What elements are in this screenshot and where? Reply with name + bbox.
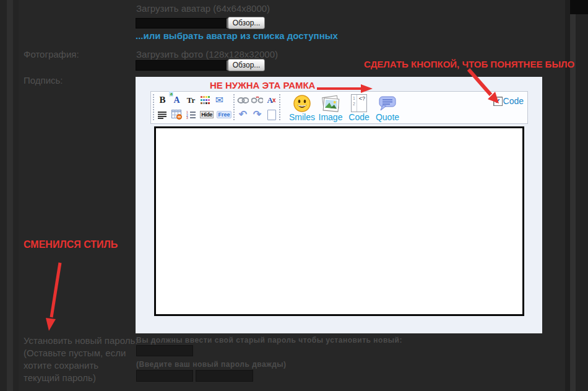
new-password-hint: (Введите ваш новый пароль дважды)	[136, 360, 287, 369]
left-frame-stripe	[0, 0, 7, 391]
left-frame-inner	[13, 0, 19, 391]
avatar-browse-button[interactable]: Обзор...	[228, 17, 265, 29]
top-right-dark-box	[570, 0, 588, 14]
quote-icon	[373, 94, 402, 113]
smiles-button[interactable]: Smiles	[288, 94, 316, 122]
blank-page-icon[interactable]	[266, 109, 277, 121]
avatar-gallery-link[interactable]: ...или выбрать аватар из списка доступны…	[136, 30, 338, 41]
new-password-repeat-field[interactable]	[196, 370, 253, 382]
quote-button[interactable]: Quote	[373, 94, 402, 122]
photo-upload-label: Загрузить фото (128x128x32000)	[136, 49, 278, 59]
svg-text:3: 3	[186, 116, 188, 119]
signature-editor-panel: B aA Tr ✉	[136, 77, 542, 333]
bold-icon[interactable]: B	[157, 94, 168, 106]
password-label-line: Установить новый пароль:	[24, 335, 137, 347]
signature-row-label: Подпись:	[24, 75, 63, 86]
toolbar-group-handle[interactable]	[152, 94, 155, 121]
toolbar-format-group: B aA Tr ✉	[157, 92, 231, 123]
old-password-hint: Вы должны ввести свой старый пароль чтоб…	[136, 336, 402, 345]
photo-file-input[interactable]	[136, 60, 228, 71]
right-frame-stripe	[576, 0, 588, 391]
undo-icon[interactable]: ↶	[237, 109, 249, 121]
smiley-icon	[288, 94, 316, 113]
style-arrow	[51, 263, 60, 317]
button-annotation: СДЕЛАТЬ КНОПКОЙ, ЧТОБ ПОНЯТНЕЕ БЫЛО	[364, 59, 574, 69]
avatar-upload-label: Загрузить аватар (64x64x8000)	[136, 3, 270, 14]
signature-editor-area[interactable]	[154, 126, 524, 316]
old-password-field[interactable]	[136, 345, 193, 356]
hide-tag-icon[interactable]: Hide	[199, 109, 214, 121]
free-tag-icon[interactable]: Free	[217, 109, 231, 121]
profile-settings-page: Загрузить аватар (64x64x8000) Обзор... .…	[0, 0, 588, 391]
font-size-icon[interactable]: Tr	[185, 94, 197, 106]
photo-row-label: Фотография:	[24, 49, 79, 59]
remove-format-icon[interactable]: Ax	[266, 94, 277, 106]
code-button[interactable]: 1 2 <? Code	[345, 94, 373, 122]
toolbar-insert-group: Smiles	[288, 92, 402, 123]
password-label-line: хотите сохранить	[24, 359, 137, 372]
align-left-icon[interactable]	[157, 109, 168, 121]
photo-browse-button[interactable]: Обзор...	[228, 59, 265, 71]
style-annotation: СМЕНИЛСЯ СТИЛЬ	[24, 239, 118, 250]
password-label-line: (Оставьте пустым, если	[24, 347, 137, 359]
palette-icon[interactable]	[199, 94, 211, 106]
code-box-icon: 1 2 <?	[345, 94, 373, 113]
email-icon[interactable]: ✉	[214, 94, 225, 106]
unlink-icon[interactable]	[251, 94, 263, 106]
link-icon[interactable]	[237, 94, 249, 106]
image-button[interactable]: Image	[316, 94, 345, 122]
toolbar-group-handle[interactable]	[233, 94, 236, 121]
left-frame-border	[7, 0, 13, 391]
redo-icon[interactable]: ↷	[251, 109, 263, 121]
editor-toolbar: B aA Tr ✉	[150, 91, 528, 124]
font-color-icon[interactable]: aA	[171, 94, 183, 106]
toolbar-link-group: Ax ↶ ↷	[237, 92, 277, 123]
code-checkbox-label: Code	[503, 96, 524, 106]
frame-annotation: НЕ НУЖНА ЭТА РАМКА	[210, 80, 315, 90]
smiles-button-label: Smiles	[288, 113, 316, 122]
password-label-line: текущий пароль)	[24, 372, 137, 384]
code-button-label: Code	[345, 113, 373, 122]
checked-checkbox-icon: ✓	[493, 97, 503, 106]
avatar-file-input[interactable]	[136, 18, 228, 29]
image-button-label: Image	[316, 113, 345, 122]
code-checkbox[interactable]: ✓ Code	[493, 96, 524, 106]
quote-button-label: Quote	[373, 113, 402, 122]
table-icon[interactable]	[171, 109, 183, 121]
ordered-list-icon[interactable]: 1 2 3	[185, 109, 197, 121]
image-icon	[316, 94, 345, 113]
new-password-field[interactable]	[136, 370, 193, 382]
password-row-label: Установить новый пароль: (Оставьте пусты…	[24, 335, 137, 384]
toolbar-group-handle[interactable]	[279, 94, 282, 121]
